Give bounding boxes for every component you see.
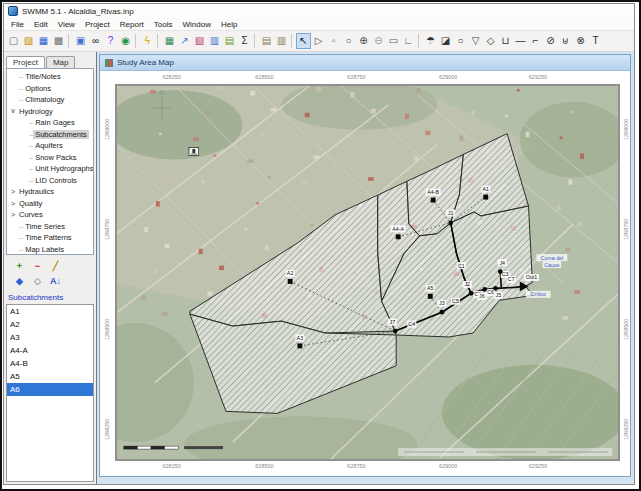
delete-object-button[interactable]: − bbox=[30, 259, 45, 272]
subcatchment-label-a5[interactable]: A5 bbox=[427, 285, 434, 291]
tree-item-options[interactable]: Options bbox=[7, 83, 93, 95]
map-label-text[interactable]: Crítico bbox=[531, 291, 546, 297]
select-object-icon[interactable]: ↖ bbox=[296, 33, 311, 49]
open-file-icon[interactable]: ▨ bbox=[21, 33, 36, 49]
menu-view[interactable]: View bbox=[53, 18, 80, 30]
add-subcatchment-icon[interactable]: ◪ bbox=[438, 33, 453, 49]
profile-plot-icon[interactable]: ▧ bbox=[192, 33, 207, 49]
print-icon[interactable]: ▩ bbox=[51, 33, 66, 49]
conduit-label-c6[interactable]: C6 bbox=[487, 289, 494, 295]
menu-tools[interactable]: Tools bbox=[149, 18, 178, 30]
conduit-label-c7[interactable]: C7 bbox=[508, 276, 515, 282]
tree-expander-icon[interactable]: > bbox=[9, 200, 17, 207]
map-window-titlebar[interactable]: Study Area Map bbox=[100, 55, 630, 71]
titlebar[interactable]: SWMM 5.1 - Alcaldia_Rivas.inp bbox=[4, 4, 634, 18]
centroid-a4-a[interactable] bbox=[396, 234, 401, 239]
table-icon[interactable]: ▥ bbox=[207, 33, 222, 49]
run-simulation-icon[interactable]: ϟ bbox=[140, 33, 155, 49]
subcatchment-label-a4-a[interactable]: A4-A bbox=[392, 226, 404, 232]
project-details-icon[interactable]: ▤ bbox=[259, 33, 274, 49]
subcatchment-label-a4-b[interactable]: A4-B bbox=[427, 189, 439, 195]
map-label-text[interactable]: Cauce bbox=[544, 261, 559, 267]
add-pump-icon[interactable]: ⌐ bbox=[528, 33, 543, 49]
junction-label-j4[interactable]: J4 bbox=[499, 260, 505, 266]
centroid-a3[interactable] bbox=[297, 343, 302, 348]
centroid-a4-b[interactable] bbox=[431, 198, 436, 203]
report-table-icon[interactable]: ▦ bbox=[162, 33, 177, 49]
add-outfall-icon[interactable]: ▽ bbox=[468, 33, 483, 49]
junction-j2[interactable] bbox=[469, 291, 474, 296]
timeseries-plot-icon[interactable]: ▤ bbox=[222, 33, 237, 49]
menu-help[interactable]: Help bbox=[216, 18, 242, 30]
menu-window[interactable]: Window bbox=[178, 18, 216, 30]
move-up-button[interactable]: ◈ bbox=[12, 274, 27, 287]
tree-item-snow-packs[interactable]: Snow Packs bbox=[7, 152, 93, 164]
tree-item-climatology[interactable]: Climatology bbox=[7, 94, 93, 106]
add-conduit-icon[interactable]: ― bbox=[513, 33, 528, 49]
outfall-label-out1[interactable]: Out1 bbox=[526, 274, 538, 280]
tab-project[interactable]: Project bbox=[6, 56, 45, 68]
add-storage-icon[interactable]: ⊔ bbox=[498, 33, 513, 49]
list-item-a4-a[interactable]: A4-A bbox=[7, 344, 93, 357]
add-object-button[interactable]: + bbox=[12, 259, 27, 272]
tree-item-hydrology[interactable]: ∨Hydrology bbox=[7, 106, 93, 118]
study-area-map-canvas[interactable]: C1C2C3C4C5C6C7J1J3J7J2J6J5J4Out1A2A3A4-A… bbox=[115, 84, 620, 461]
tree-item-hydraulics[interactable]: >Hydraulics bbox=[7, 186, 93, 198]
conduit-label-c5[interactable]: C5 bbox=[452, 298, 459, 304]
overview-map-icon[interactable]: ◉ bbox=[118, 33, 133, 49]
menu-edit[interactable]: Edit bbox=[29, 18, 53, 30]
tree-expander-icon[interactable]: > bbox=[9, 211, 17, 218]
subcatchment-label-a2[interactable]: A2 bbox=[287, 270, 294, 276]
list-item-a1[interactable]: A1 bbox=[7, 305, 93, 318]
tree-item-quality[interactable]: >Quality bbox=[7, 198, 93, 210]
add-label-icon[interactable]: T bbox=[588, 33, 603, 49]
find-icon[interactable]: ∞ bbox=[88, 33, 103, 49]
tree-item-curves[interactable]: >Curves bbox=[7, 209, 93, 221]
zoom-in-icon[interactable]: ⊕ bbox=[356, 33, 371, 49]
notes-icon[interactable]: ▥ bbox=[274, 33, 289, 49]
zoom-out-icon[interactable]: ⊖ bbox=[371, 33, 386, 49]
centroid-a5[interactable] bbox=[428, 294, 433, 299]
menu-file[interactable]: File bbox=[6, 18, 29, 30]
add-outlet-icon[interactable]: ⊗ bbox=[573, 33, 588, 49]
query-icon[interactable]: ? bbox=[103, 33, 118, 49]
list-item-a3[interactable]: A3 bbox=[7, 331, 93, 344]
tree-item-rain-gages[interactable]: Rain Gages bbox=[7, 117, 93, 129]
junction-j1[interactable] bbox=[448, 221, 453, 226]
junction-j6[interactable] bbox=[482, 287, 487, 292]
tree-item-aquifers[interactable]: Aquifers bbox=[7, 140, 93, 152]
full-extent-icon[interactable]: ▭ bbox=[386, 33, 401, 49]
subcatchment-label-a3[interactable]: A3 bbox=[297, 335, 304, 341]
map-label-text[interactable]: Curva del bbox=[540, 255, 563, 261]
add-divider-icon[interactable]: ◇ bbox=[483, 33, 498, 49]
junction-label-j3[interactable]: J3 bbox=[439, 300, 445, 306]
copy-icon[interactable]: ▣ bbox=[73, 33, 88, 49]
sort-button[interactable]: A↓ bbox=[48, 274, 63, 287]
subcatchment-label-a1[interactable]: A1 bbox=[482, 186, 489, 192]
junction-j4[interactable] bbox=[498, 269, 503, 274]
pan-map-icon[interactable]: ○ bbox=[341, 33, 356, 49]
menu-report[interactable]: Report bbox=[115, 18, 149, 30]
tree-item-subcatchments[interactable]: Subcatchments bbox=[7, 129, 93, 141]
tree-expander-icon[interactable]: ∨ bbox=[9, 107, 17, 115]
junction-label-j5[interactable]: J5 bbox=[496, 292, 502, 298]
tree-item-lid-controls[interactable]: LID Controls bbox=[7, 175, 93, 187]
add-rain-gage-icon[interactable]: ☂ bbox=[423, 33, 438, 49]
tree-item-map-labels[interactable]: Map Labels bbox=[7, 244, 93, 256]
junction-label-j7[interactable]: J7 bbox=[389, 319, 395, 325]
junction-label-j1[interactable]: J1 bbox=[448, 210, 454, 216]
tree-item-title-notes[interactable]: Title/Notes bbox=[7, 71, 93, 83]
conduit-label-c4[interactable]: C4 bbox=[408, 321, 415, 327]
junction-j3[interactable] bbox=[440, 310, 445, 315]
centroid-a1[interactable] bbox=[483, 195, 488, 200]
statistics-icon[interactable]: Σ bbox=[237, 33, 252, 49]
list-item-a2[interactable]: A2 bbox=[7, 318, 93, 331]
graph-icon[interactable]: ↗ bbox=[177, 33, 192, 49]
junction-j7[interactable] bbox=[393, 329, 398, 334]
conduit-label-c1[interactable]: C1 bbox=[458, 262, 465, 268]
move-down-button[interactable]: ◇ bbox=[30, 274, 45, 287]
centroid-a2[interactable] bbox=[288, 279, 293, 284]
list-item-a4-b[interactable]: A4-B bbox=[7, 357, 93, 370]
add-weir-icon[interactable]: ⊎ bbox=[558, 33, 573, 49]
new-file-icon[interactable]: ▢ bbox=[6, 33, 21, 49]
